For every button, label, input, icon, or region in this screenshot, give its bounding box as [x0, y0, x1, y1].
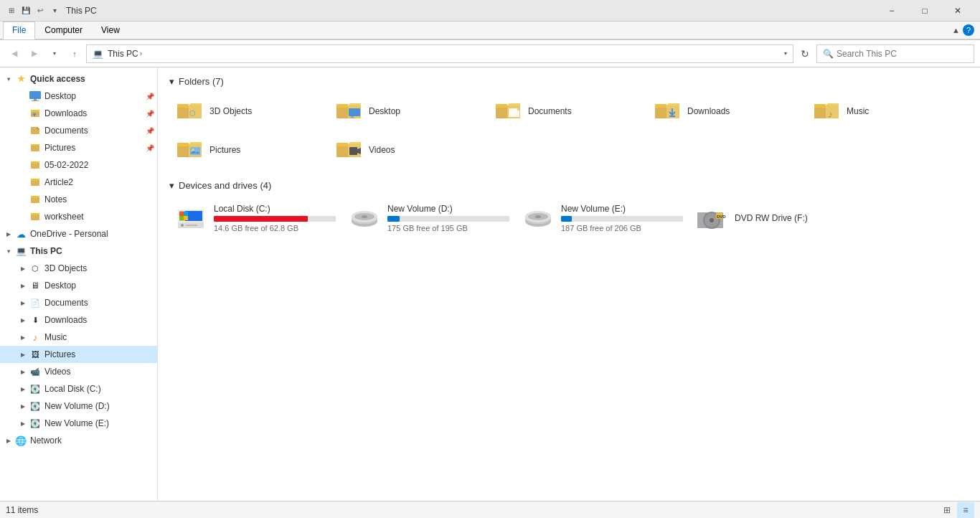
desktop-expand[interactable]: [17, 90, 29, 102]
folder-info-videos: Videos: [369, 145, 395, 155]
save-icon[interactable]: 💾: [20, 5, 32, 17]
sidebar-item-notes[interactable]: Notes: [0, 191, 157, 208]
drive-item-e[interactable]: New Volume (E:) 187 GB free of 206 GB: [517, 197, 689, 240]
folder-name-music: Music: [847, 106, 869, 116]
localc-expand[interactable]: ▶: [17, 383, 29, 395]
tab-computer[interactable]: Computer: [35, 22, 92, 39]
drive-name-d: New Volume (D:): [387, 204, 509, 214]
drive-icon-f: DVD: [696, 202, 727, 234]
sidebar-section-thispc[interactable]: ▾ 💻 This PC: [0, 242, 157, 260]
sidebar-videos-label: Videos: [44, 367, 70, 377]
sidebar-item-desktop[interactable]: Desktop 📌: [0, 88, 157, 105]
main-content: ▾ Folders (7) ⬡ 3D Objects: [158, 67, 980, 501]
folder-name-videos: Videos: [369, 145, 395, 155]
folder-item-music[interactable]: ♪ Music: [806, 93, 964, 130]
drive-name-f: DVD RW Drive (F:): [735, 213, 857, 223]
sidebar-item-music[interactable]: ▶ ♪ Music: [0, 329, 157, 346]
sidebar-item-pictures-thispc[interactable]: ▶ 🖼 Pictures: [0, 346, 157, 363]
sidebar-item-thispc-documents[interactable]: ▶ 📄 Documents: [0, 294, 157, 311]
network-icon: 🌐: [14, 434, 27, 447]
maximize-button[interactable]: □: [908, 0, 941, 22]
music-expand[interactable]: ▶: [17, 331, 29, 343]
folder-item-pictures[interactable]: Pictures: [169, 131, 327, 169]
address-path[interactable]: 💻 This PC › ▾: [86, 44, 793, 63]
back-button[interactable]: ◀: [6, 45, 23, 62]
sidebar-item-onedrive[interactable]: ▶ ☁ OneDrive - Personal: [0, 225, 157, 242]
3dobjects-expand[interactable]: ▶: [17, 263, 29, 274]
documents-icon: [29, 124, 42, 137]
view-large-icons-button[interactable]: ⊞: [938, 502, 956, 518]
address-dropdown-icon[interactable]: ▾: [784, 50, 787, 57]
drives-section-title[interactable]: ▾ Devices and drives (4): [169, 180, 969, 191]
sidebar-section-quick-access[interactable]: ▾ ★ Quick access: [0, 70, 157, 88]
view-list-button[interactable]: ≡: [957, 502, 974, 518]
drive-item-f[interactable]: DVD DVD RW Drive (F:): [690, 197, 862, 240]
thispc-desktop-expand[interactable]: ▶: [17, 280, 29, 291]
worksheet-expand[interactable]: [17, 211, 29, 222]
sidebar-item-article2[interactable]: Article2: [0, 174, 157, 191]
undo-icon[interactable]: ↩: [34, 5, 46, 17]
svg-point-35: [535, 215, 541, 218]
onedrive-expand[interactable]: ▶: [3, 228, 14, 240]
quick-access-icon[interactable]: ⊞: [6, 5, 17, 17]
ribbon-help-btn[interactable]: ?: [963, 24, 974, 36]
videos-expand[interactable]: ▶: [17, 366, 29, 377]
dropdown-recent-button[interactable]: ▾: [46, 45, 63, 62]
folder-item-downloads[interactable]: Downloads: [647, 93, 805, 130]
downloads-expand[interactable]: [17, 108, 29, 119]
sidebar-item-videos[interactable]: ▶ 📹 Videos: [0, 363, 157, 380]
sidebar-3dobjects-label: 3D Objects: [44, 263, 87, 273]
drive-bar-c: [214, 216, 308, 222]
folders-section-title[interactable]: ▾ Folders (7): [169, 76, 969, 87]
forward-button[interactable]: ▶: [26, 45, 43, 62]
ribbon-tabs: File Computer View ▲ ?: [0, 22, 980, 39]
folder-item-videos[interactable]: Videos: [329, 131, 486, 169]
sidebar-item-thispc-downloads[interactable]: ▶ ⬇ Downloads: [0, 311, 157, 329]
search-input[interactable]: [837, 49, 968, 59]
sidebar-item-3dobjects[interactable]: ▶ ⬡ 3D Objects: [0, 260, 157, 277]
documents-expand[interactable]: [17, 125, 29, 136]
sidebar-item-pictures[interactable]: Pictures 📌: [0, 139, 157, 156]
thispc-downloads-expand[interactable]: ▶: [17, 314, 29, 326]
notes-expand[interactable]: [17, 194, 29, 205]
volumee-expand[interactable]: ▶: [17, 418, 29, 429]
pictures-expand[interactable]: [17, 142, 29, 154]
sidebar-item-volume-d[interactable]: ▶ 💽 New Volume (D:): [0, 397, 157, 415]
minimize-button[interactable]: −: [875, 0, 908, 22]
status-view-controls: ⊞ ≡: [938, 502, 974, 518]
address-pc-label: This PC: [108, 49, 138, 59]
folder-item-desktop[interactable]: Desktop: [329, 93, 486, 130]
sidebar-item-volume-e[interactable]: ▶ 💽 New Volume (E:): [0, 415, 157, 432]
sidebar-item-thispc-desktop[interactable]: ▶ 🖥 Desktop: [0, 277, 157, 294]
sidebar-item-local-disk-c[interactable]: ▶ 💽 Local Disk (C:): [0, 380, 157, 397]
sidebar-item-network[interactable]: ▶ 🌐 Network: [0, 432, 157, 449]
sidebar-thispc-documents-label: Documents: [44, 298, 88, 308]
drive-item-c[interactable]: Local Disk (C:) 14.6 GB free of 62.8 GB: [169, 197, 341, 240]
network-expand[interactable]: ▶: [3, 435, 14, 446]
sidebar-item-date-folder[interactable]: 05-02-2022: [0, 156, 157, 174]
thispc-pictures-expand[interactable]: ▶: [17, 349, 29, 360]
sidebar-item-downloads[interactable]: Downloads 📌: [0, 105, 157, 122]
folder-item-documents[interactable]: Documents: [488, 93, 646, 130]
refresh-button[interactable]: ↻: [796, 45, 814, 62]
article2-expand[interactable]: [17, 176, 29, 188]
title-bar-arrow[interactable]: ▾: [49, 5, 60, 17]
pin-icon-documents: 📌: [146, 127, 154, 135]
close-button[interactable]: ✕: [941, 0, 974, 22]
drive-icon-e: [522, 202, 554, 234]
volumed-expand[interactable]: ▶: [17, 400, 29, 412]
svg-rect-21: [179, 216, 184, 220]
sidebar-item-documents[interactable]: Documents 📌: [0, 122, 157, 139]
thispc-pictures-icon: 🖼: [29, 348, 42, 361]
svg-rect-5: [349, 108, 360, 116]
folder-item-3dobjects[interactable]: ⬡ 3D Objects: [169, 93, 327, 130]
date-folder-expand[interactable]: [17, 159, 29, 171]
thispc-documents-expand[interactable]: ▶: [17, 297, 29, 309]
sidebar-date-folder-label: 05-02-2022: [44, 160, 88, 170]
drive-item-d[interactable]: New Volume (D:) 175 GB free of 195 GB: [343, 197, 515, 240]
sidebar-item-worksheet[interactable]: worksheet: [0, 208, 157, 225]
ribbon-collapse-btn[interactable]: ▲: [952, 26, 960, 34]
tab-view[interactable]: View: [92, 22, 129, 39]
up-button[interactable]: ↑: [66, 45, 83, 62]
tab-file[interactable]: File: [3, 22, 35, 39]
